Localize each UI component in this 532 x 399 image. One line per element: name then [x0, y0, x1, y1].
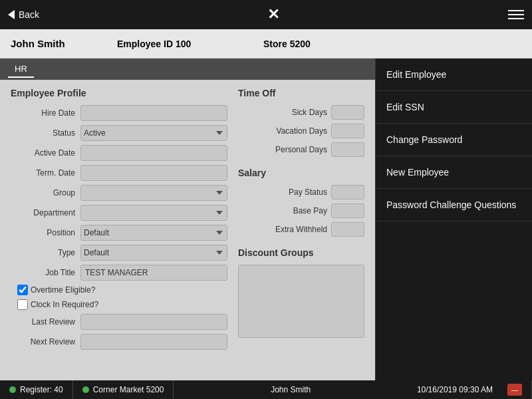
clock-in-row: Clock In Required? [17, 299, 227, 310]
menu-line-3 [508, 18, 524, 19]
red-indicator-icon: — [507, 384, 522, 396]
next-review-label: Next Review [11, 337, 80, 346]
clock-in-label: Clock In Required? [31, 300, 98, 309]
time-off-section: Time Off Sick Days Vacation Days Persona… [238, 88, 364, 157]
position-row: Position Default [11, 225, 227, 241]
register-status-icon [9, 386, 16, 393]
overtime-label: Overtime Eligible? [31, 285, 95, 295]
vacation-days-input[interactable] [331, 124, 364, 138]
base-pay-row: Base Pay [238, 203, 364, 218]
type-label: Type [11, 248, 80, 257]
personal-days-row: Personal Days [238, 142, 364, 157]
menu-item-change-password[interactable]: Change Password [376, 124, 532, 156]
register-label: Register: 40 [20, 385, 63, 394]
sick-days-input[interactable] [331, 105, 364, 120]
position-select[interactable]: Default [80, 225, 227, 241]
active-date-label: Active Date [11, 148, 80, 158]
tab-hr[interactable]: HR [8, 61, 34, 78]
job-title-label: Job Title [11, 268, 80, 277]
job-title-row: Job Title [11, 265, 227, 281]
group-row: Group [11, 185, 227, 201]
menu-item-password-challenge[interactable]: Password Challenge Questions [376, 189, 532, 221]
position-label: Position [11, 228, 80, 237]
extra-withheld-row: Extra Withheld [238, 222, 364, 237]
hamburger-menu-button[interactable] [508, 10, 524, 19]
term-date-input[interactable] [80, 165, 227, 181]
department-label: Department [11, 208, 80, 217]
left-panel: HR Employee Profile Hire Date Status Act… [0, 59, 375, 399]
job-title-input[interactable] [80, 265, 227, 281]
discount-groups-title: Discount Groups [238, 247, 364, 258]
status-select[interactable]: Active Inactive Terminated [80, 125, 227, 141]
menu-item-new-employee[interactable]: New Employee [376, 156, 532, 189]
employee-name: John Smith [11, 38, 117, 49]
status-label: Status [11, 128, 80, 138]
tab-bar: HR [0, 59, 375, 80]
base-pay-input[interactable] [331, 203, 364, 218]
status-employee: John Smith [174, 380, 407, 399]
store-label: Corner Market 5200 [93, 385, 164, 394]
discount-groups-box [238, 265, 364, 338]
last-review-row: Last Review [11, 314, 227, 330]
status-register: Register: 40 [0, 380, 73, 399]
extra-withheld-input[interactable] [331, 222, 364, 237]
vacation-days-row: Vacation Days [238, 124, 364, 138]
right-section: Time Off Sick Days Vacation Days Persona… [238, 88, 364, 372]
hire-date-input[interactable] [80, 105, 227, 121]
last-review-input[interactable] [80, 314, 227, 330]
salary-title: Salary [238, 168, 364, 178]
pay-status-label: Pay Status [289, 188, 327, 197]
personal-days-input[interactable] [331, 142, 364, 157]
salary-section: Salary Pay Status Base Pay Extra Withhel… [238, 168, 364, 237]
last-review-label: Last Review [11, 317, 80, 327]
hire-date-row: Hire Date [11, 105, 227, 121]
active-date-input[interactable] [80, 145, 227, 161]
status-row: Status Active Inactive Terminated [11, 125, 227, 141]
back-button[interactable]: Back [8, 9, 39, 20]
menu-line-2 [508, 14, 524, 15]
base-pay-label: Base Pay [293, 206, 327, 215]
discount-groups-section: Discount Groups [238, 247, 364, 338]
group-label: Group [11, 188, 80, 198]
status-bar: Register: 40 Corner Market 5200 John Smi… [0, 380, 532, 399]
employee-label: John Smith [271, 385, 311, 394]
status-indicator: — [502, 380, 532, 399]
employee-info-bar: John Smith Employee ID 100 Store 5200 [0, 29, 532, 59]
active-date-row: Active Date [11, 145, 227, 161]
employee-id: Employee ID 100 [117, 39, 250, 49]
clock-in-checkbox[interactable] [17, 299, 28, 310]
term-date-row: Term. Date [11, 165, 227, 181]
sick-days-row: Sick Days [238, 105, 364, 120]
status-datetime: 10/16/2019 09:30 AM [408, 380, 502, 399]
status-store: Corner Market 5200 [73, 380, 174, 399]
sick-days-label: Sick Days [292, 108, 327, 117]
overtime-checkbox[interactable] [17, 285, 28, 295]
department-row: Department [11, 205, 227, 221]
content-area: Employee Profile Hire Date Status Active… [0, 80, 375, 380]
store-value: 5200 [290, 39, 311, 49]
overtime-row: Overtime Eligible? [17, 285, 227, 295]
employee-id-label: Employee ID [117, 39, 173, 49]
group-select[interactable] [80, 185, 227, 201]
top-navigation-bar: Back ✕ [0, 0, 532, 29]
employee-profile-title: Employee Profile [11, 88, 227, 98]
next-review-input[interactable] [80, 334, 227, 350]
time-off-title: Time Off [238, 88, 364, 98]
type-select[interactable]: Default [80, 245, 227, 261]
menu-item-edit-employee[interactable]: Edit Employee [376, 59, 532, 91]
employee-store: Store 5200 [263, 39, 311, 49]
employee-profile-section: Employee Profile Hire Date Status Active… [11, 88, 227, 372]
department-select[interactable] [80, 205, 227, 221]
menu-item-edit-ssn[interactable]: Edit SSN [376, 91, 532, 124]
extra-withheld-label: Extra Withheld [275, 225, 327, 234]
menu-line-1 [508, 10, 524, 11]
main-layout: HR Employee Profile Hire Date Status Act… [0, 59, 532, 399]
employee-id-value: 100 [176, 39, 191, 49]
hire-date-label: Hire Date [11, 108, 80, 118]
pay-status-input[interactable] [331, 185, 364, 200]
type-row: Type Default [11, 245, 227, 261]
term-date-label: Term. Date [11, 168, 80, 178]
store-label: Store [263, 39, 287, 49]
personal-days-label: Personal Days [275, 145, 327, 154]
pay-status-row: Pay Status [238, 185, 364, 200]
